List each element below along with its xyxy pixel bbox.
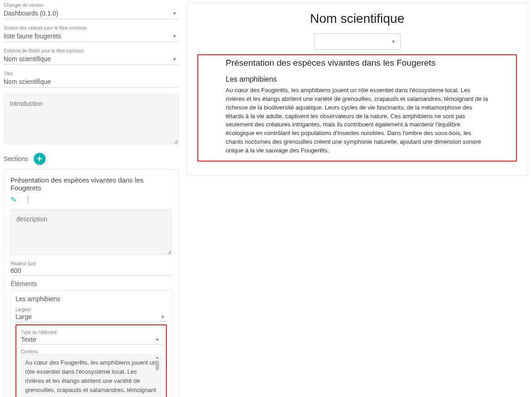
contenu-label: Contenu [21, 349, 161, 354]
libelle-label: Colonne de libellé pour le filtre commun [4, 48, 179, 53]
preview-card: Nom scientifique ▾ Présentation des espè… [186, 3, 528, 176]
largeur-label: Largeur [15, 307, 167, 312]
chevron-down-icon: ▼ [172, 34, 177, 39]
kebab-menu-icon: ⋮ [25, 196, 32, 204]
source-label: Source des valeurs pour le filtre commun [4, 26, 179, 31]
add-section-button[interactable]: + [34, 153, 46, 165]
preview-element-text: Au cœur des Fougerêts, les amphibiens jo… [226, 86, 489, 155]
type-field[interactable]: Type de l'élément Texte ▼ [21, 330, 161, 345]
chevron-down-icon: ▼ [172, 11, 177, 16]
form-panel: Changer de version Dashboards (0.1.0) ▼ … [0, 0, 182, 397]
elements-label: Éléments [10, 280, 172, 287]
preview-section-title: Présentation des espèces vivantes dans l… [226, 58, 489, 68]
type-label: Type de l'élément [21, 330, 161, 335]
hauteur-label: Hauteur (px) [10, 261, 172, 266]
element-editor-highlight: Type de l'élément Texte ▼ Contenu ▲ [15, 324, 167, 397]
chevron-down-icon: ▼ [160, 314, 165, 319]
section-title: Présentation des espèces vivantes dans l… [10, 176, 172, 192]
element-title: Les amphibiens [15, 295, 167, 303]
largeur-value-text: Large [15, 313, 32, 320]
chevron-down-icon: ▾ [392, 38, 395, 45]
chevron-down-icon: ▼ [155, 337, 160, 342]
version-select[interactable]: Changer de version Dashboards (0.1.0) ▼ [4, 3, 179, 19]
preview-filter-select[interactable]: ▾ [314, 33, 401, 50]
version-value: Dashboards (0.1.0) [4, 9, 179, 18]
preview-title: Nom scientifique [197, 11, 517, 26]
titre-label: Titre [4, 71, 179, 76]
hauteur-value: 800 [10, 266, 172, 276]
element-card: Les amphibiens Largeur Large ▼ Type de l… [10, 290, 172, 397]
section-description-textarea[interactable] [10, 209, 172, 255]
type-value-text: Texte [21, 336, 36, 343]
libelle-select[interactable]: Colonne de libellé pour le filtre commun… [4, 48, 179, 65]
titre-value: Nom scientifique [4, 77, 179, 86]
preview-element-title: Les amphibiens [226, 75, 489, 84]
source-value: liste faune fougerets [4, 31, 179, 41]
source-select[interactable]: Source des valeurs pour le filtre commun… [4, 26, 179, 42]
largeur-value: Large ▼ [15, 312, 167, 322]
titre-input[interactable]: Titre Nom scientifique [4, 71, 179, 88]
section-menu-button[interactable]: ⋮ [25, 195, 32, 204]
section-card: Présentation des espèces vivantes dans l… [4, 169, 179, 397]
preview-panel: Nom scientifique ▾ Présentation des espè… [182, 0, 532, 397]
contenu-field: Contenu ▲ ▼ [21, 349, 161, 397]
edit-section-button[interactable]: ✎ [10, 195, 16, 204]
sections-label: Sections [4, 155, 28, 162]
largeur-field[interactable]: Largeur Large ▼ [15, 307, 167, 322]
version-label: Changer de version [4, 3, 179, 8]
sections-header: Sections + [4, 153, 179, 165]
hauteur-field[interactable]: Hauteur (px) 800 [10, 261, 172, 276]
intro-textarea[interactable] [4, 94, 179, 144]
contenu-textarea[interactable] [21, 354, 161, 397]
preview-highlight: Présentation des espèces vivantes dans l… [197, 54, 517, 162]
type-value: Texte ▼ [21, 335, 161, 345]
chevron-down-icon: ▼ [172, 57, 177, 62]
libelle-value: Nom scientifique [4, 54, 179, 63]
pencil-icon: ✎ [10, 196, 16, 204]
plus-icon: + [37, 154, 42, 164]
